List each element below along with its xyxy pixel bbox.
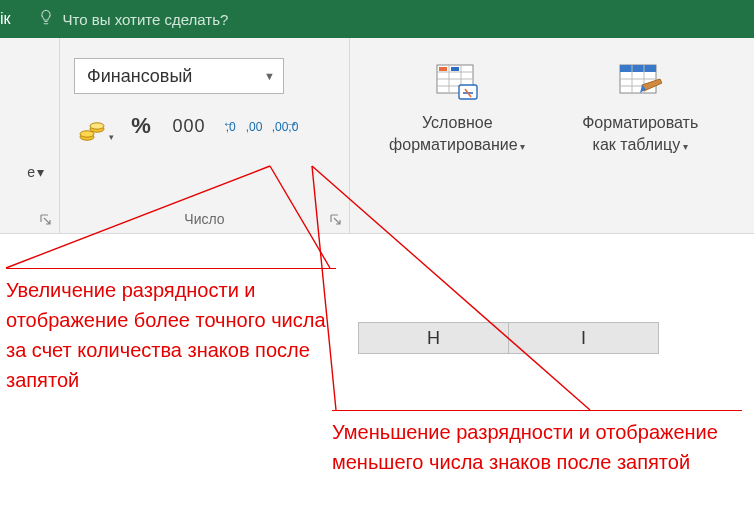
cond-format-label-1: Условное: [422, 112, 493, 134]
column-header-h[interactable]: H: [359, 322, 509, 354]
number-format-selected: Финансовый: [87, 66, 192, 87]
dec-icon-bot: ,00: [236, 122, 263, 132]
conditional-formatting-icon: [433, 60, 481, 104]
number-format-dropdown[interactable]: Финансовый ▼: [74, 58, 284, 94]
increase-decimal-button[interactable]: ← ,0 ,00: [222, 110, 256, 142]
comma-style-button[interactable]: 000: [168, 110, 210, 142]
svg-rect-16: [620, 65, 656, 72]
cond-format-label-2: форматирование: [389, 134, 525, 158]
decrease-decimal-button[interactable]: ,00 ,0 →: [268, 110, 302, 142]
column-headers: H I: [358, 322, 659, 354]
coins-icon: [79, 120, 105, 142]
title-bar: ік Что вы хотите сделать?: [0, 0, 754, 38]
svg-point-1: [80, 131, 94, 137]
alignment-group-fragment: e ▾: [0, 38, 60, 233]
percent-style-button[interactable]: %: [126, 110, 156, 142]
svg-point-3: [90, 123, 104, 129]
caret-down-icon: ▼: [264, 70, 275, 82]
conditional-formatting-button[interactable]: Условное форматирование: [364, 46, 550, 158]
arrow-right-icon: →: [285, 119, 298, 129]
alignment-dialog-launcher[interactable]: [39, 213, 53, 227]
caret-down-icon: ▾: [37, 164, 44, 180]
number-dialog-launcher[interactable]: [329, 213, 343, 227]
format-table-label-2: как таблицу: [593, 134, 688, 158]
format-table-label-1: Форматировать: [582, 112, 698, 134]
annotation-decrease-decimal: Уменьшение разрядности и отображение мен…: [332, 410, 742, 477]
svg-rect-10: [439, 67, 447, 71]
alignment-dropdown-fragment[interactable]: e ▾: [0, 158, 44, 186]
tell-me-input[interactable]: Что вы хотите сделать?: [63, 11, 229, 28]
accounting-format-button[interactable]: [78, 110, 114, 142]
lightbulb-icon: [37, 8, 55, 30]
column-header-i[interactable]: I: [509, 322, 659, 354]
styles-group: Условное форматирование Фо: [350, 38, 738, 233]
format-as-table-button[interactable]: Форматировать как таблицу: [556, 46, 724, 158]
ribbon-tab-fragment[interactable]: ік: [0, 10, 19, 28]
arrow-left-icon: ←: [222, 119, 235, 129]
ribbon: e ▾ Финансовый ▼ % 000 ← ,0: [0, 38, 754, 234]
svg-rect-11: [451, 67, 459, 71]
number-group-label: Число: [60, 211, 349, 227]
text-fragment: e: [27, 164, 35, 180]
format-as-table-icon: [616, 60, 664, 104]
annotation-increase-decimal: Увеличение разрядности и отображение бол…: [6, 268, 336, 395]
number-group: Финансовый ▼ % 000 ← ,0 ,00 ,00 ,0: [60, 38, 350, 233]
